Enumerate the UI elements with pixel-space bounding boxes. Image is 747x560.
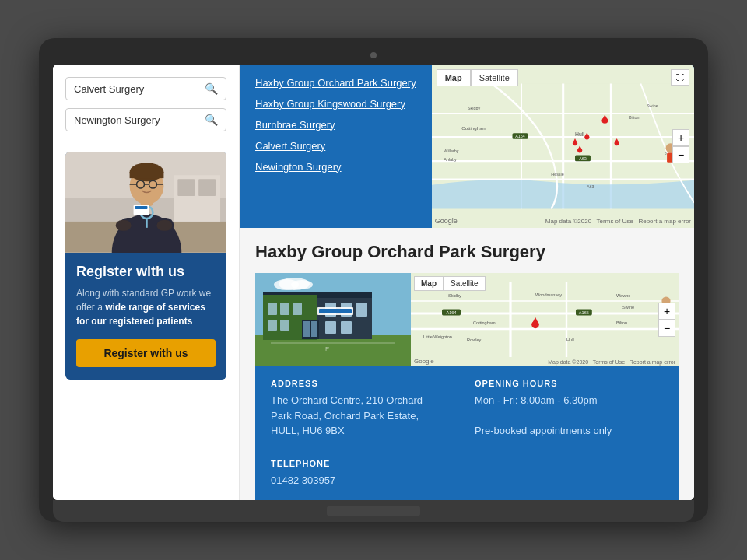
svg-text:Cottingham: Cottingham	[473, 320, 496, 325]
hours-value: Mon - Fri: 8.00am - 6.30pm Pre-booked ap…	[475, 393, 663, 439]
svg-rect-22	[135, 206, 148, 209]
search-input-1[interactable]	[74, 83, 205, 95]
svg-text:Rowley: Rowley	[467, 338, 482, 342]
svg-rect-76	[319, 309, 352, 313]
svg-point-81	[291, 280, 313, 289]
search-icon-1[interactable]: 🔍	[205, 82, 218, 95]
surgery-link-1[interactable]: Haxby Group Orchard Park Surgery	[255, 77, 416, 90]
laptop-frame: 🔍 🔍	[39, 38, 708, 522]
svg-text:Bilton: Bilton	[629, 115, 639, 120]
address-label: ADDRESS	[271, 379, 459, 388]
svg-text:A165: A165	[579, 310, 589, 315]
detail-zoom-out[interactable]: −	[658, 320, 675, 337]
svg-text:Bilton: Bilton	[616, 320, 627, 325]
svg-rect-70	[325, 321, 336, 334]
svg-rect-66	[280, 320, 289, 331]
register-button[interactable]: Register with us	[76, 339, 216, 367]
map-zoom-controls: + −	[672, 129, 689, 163]
svg-text:Wawne: Wawne	[616, 293, 630, 298]
top-map-svg: Hull Cottingham Bilton Anlaby Willerby S…	[432, 65, 694, 228]
svg-rect-74	[311, 321, 317, 337]
detail-map-terms: Map data ©2020 Terms of Use Report a map…	[548, 359, 675, 365]
screen-content: 🔍 🔍	[53, 65, 694, 500]
address-col: ADDRESS The Orchard Centre, 210 Orchard …	[271, 379, 459, 488]
promo-title: Register with us	[76, 264, 216, 280]
svg-rect-62	[268, 303, 277, 315]
zoom-in-btn[interactable]: +	[672, 129, 689, 146]
svg-text:Hull: Hull	[566, 338, 574, 342]
hours-col: OPENING HOURS Mon - Fri: 8.00am - 6.30pm…	[475, 379, 663, 488]
svg-text:Woodmansey: Woodmansey	[535, 292, 562, 297]
svg-text:Little Weighton: Little Weighton	[423, 334, 452, 339]
detail-map-tab-map[interactable]: Map	[414, 276, 444, 291]
svg-rect-15	[130, 172, 164, 178]
detail-map: A164 A165 Woodmansey Wawne Swine Skidby …	[411, 273, 679, 366]
svg-rect-64	[293, 303, 302, 315]
promo-image	[65, 152, 226, 253]
main-content: Haxby Group Orchard Park Surgery Haxby G…	[240, 65, 694, 500]
surgery-link-4[interactable]: Calvert Surgery	[255, 140, 416, 153]
surgery-link-5[interactable]: Newington Surgery	[255, 161, 416, 174]
search-icon-2[interactable]: 🔍	[205, 114, 218, 126]
surgery-link-2[interactable]: Haxby Group Kingswood Surgery	[255, 98, 416, 111]
svg-rect-73	[303, 321, 310, 337]
zoom-out-btn[interactable]: −	[672, 146, 689, 163]
doctor-illustration	[65, 152, 226, 253]
svg-text:A164: A164	[446, 310, 456, 315]
laptop-camera	[370, 52, 377, 58]
search-input-2[interactable]	[74, 114, 205, 126]
svg-text:A164: A164	[515, 134, 525, 138]
detail-map-tabs: Map Satellite	[414, 276, 486, 291]
promo-text: Register with us Along with standard GP …	[65, 253, 226, 380]
surgery-section: Haxby Group Orchard Park Surgery	[240, 228, 694, 500]
sidebar: 🔍 🔍	[53, 65, 240, 500]
svg-rect-69	[356, 303, 367, 317]
svg-text:Skidby: Skidby	[448, 293, 461, 298]
info-section: ADDRESS The Orchard Centre, 210 Orchard …	[255, 366, 679, 500]
svg-text:Swine: Swine	[647, 103, 658, 108]
svg-text:Willerby: Willerby	[444, 149, 458, 153]
svg-text:p: p	[665, 152, 667, 156]
laptop-base	[53, 500, 694, 522]
search-box-1[interactable]: 🔍	[65, 77, 226, 100]
surgery-link-3[interactable]: Burnbrae Surgery	[255, 119, 416, 132]
svg-text:Anlaby: Anlaby	[444, 157, 457, 162]
top-map: Hull Cottingham Bilton Anlaby Willerby S…	[432, 65, 694, 228]
laptop-trackpad	[327, 506, 420, 516]
svg-rect-9	[156, 220, 172, 231]
map-controls-top: Map Satellite	[437, 69, 518, 86]
detail-zoom: + −	[658, 303, 675, 337]
detail-map-watermark: Google	[414, 358, 434, 365]
search-box-2[interactable]: 🔍	[65, 108, 226, 131]
svg-text:Hull: Hull	[575, 131, 584, 137]
svg-rect-71	[341, 321, 352, 334]
svg-rect-8	[116, 220, 132, 231]
detail-map-tab-satellite[interactable]: Satellite	[444, 276, 486, 291]
promo-card: Register with us Along with standard GP …	[65, 152, 226, 380]
map-watermark: Google	[435, 217, 458, 225]
svg-text:P: P	[325, 345, 329, 352]
address-value: The Orchard Centre, 210 Orchard Park Roa…	[271, 393, 459, 439]
telephone-value: 01482 303957	[271, 473, 459, 488]
surgery-photo: P	[255, 273, 411, 366]
svg-rect-63	[280, 303, 289, 315]
promo-desc: Along with standard GP work we offer a w…	[76, 286, 216, 328]
svg-text:A63: A63	[587, 184, 594, 189]
map-tab-satellite[interactable]: Satellite	[471, 69, 518, 86]
svg-text:Cottingham: Cottingham	[461, 125, 486, 131]
map-tab-map[interactable]: Map	[437, 69, 471, 86]
svg-rect-65	[268, 320, 277, 331]
laptop-screen: 🔍 🔍	[53, 65, 694, 500]
svg-text:Swine: Swine	[622, 305, 634, 310]
svg-rect-4	[177, 179, 195, 196]
telephone-label: TELEPHONE	[271, 459, 459, 468]
svg-text:Hessle: Hessle	[551, 172, 563, 177]
top-section: Haxby Group Orchard Park Surgery Haxby G…	[240, 65, 694, 228]
hours-label: OPENING HOURS	[475, 379, 663, 388]
surgery-title: Haxby Group Orchard Park Surgery	[255, 242, 679, 262]
detail-zoom-in[interactable]: +	[658, 303, 675, 320]
svg-text:Skidby: Skidby	[468, 106, 480, 110]
surgery-list: Haxby Group Orchard Park Surgery Haxby G…	[240, 65, 432, 228]
map-terms: Map data ©2020 Terms of Use Report a map…	[545, 218, 691, 225]
map-fullscreen-btn[interactable]: ⛶	[671, 69, 689, 86]
